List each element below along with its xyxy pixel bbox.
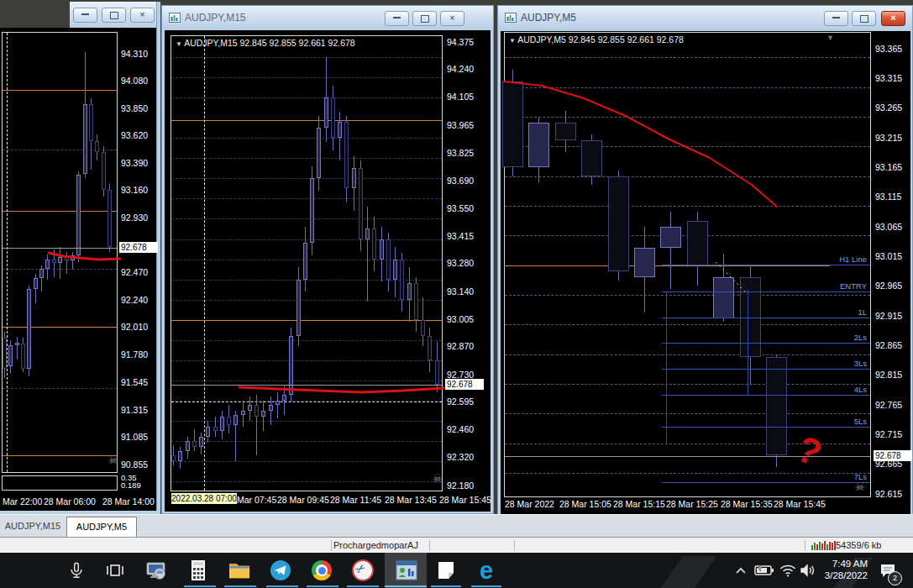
window-title: AUDJPY,M15 <box>185 12 245 24</box>
tab-audjpy-m5[interactable]: AUDJPY,M5 <box>66 517 137 538</box>
traffic-bar <box>814 543 816 550</box>
tray-date: 3/28/2022 <box>819 570 868 581</box>
traffic-bar <box>824 541 826 550</box>
edge-icon[interactable]: e <box>475 559 498 581</box>
account-status: ProchargedmoparAJ <box>333 540 418 550</box>
chart-area-middle[interactable] <box>165 30 491 512</box>
microphone-icon[interactable] <box>65 559 88 581</box>
running-indicator <box>224 585 256 587</box>
taskbar: ✂ e <box>0 553 913 588</box>
minimize-button[interactable] <box>385 11 409 26</box>
restore-button[interactable] <box>852 11 876 26</box>
task-view-icon[interactable] <box>103 559 127 581</box>
running-indicator <box>184 585 216 587</box>
restore-icon <box>860 15 868 23</box>
divider <box>805 540 805 551</box>
window-right: AUDJPY,M5 × <box>497 5 913 517</box>
tray-time: 7:49 AM <box>819 558 868 570</box>
close-button[interactable]: × <box>881 11 905 26</box>
traffic-bar <box>811 545 813 550</box>
running-indicator <box>266 585 298 587</box>
connection-status: 54359/6 kb <box>836 540 881 550</box>
close-button[interactable]: × <box>130 8 155 23</box>
remote-desktop-icon[interactable] <box>144 559 168 581</box>
minimize-icon <box>832 14 840 18</box>
window-title: AUDJPY,M5 <box>521 12 576 24</box>
window-left-right-border <box>156 2 160 514</box>
running-indicator <box>431 585 461 587</box>
battery-icon[interactable] <box>753 559 776 581</box>
tray-clock[interactable]: 7:49 AM 3/28/2022 <box>819 558 868 581</box>
traffic-bar <box>819 542 821 550</box>
restore-button[interactable] <box>412 11 437 26</box>
telegram-icon[interactable] <box>269 559 292 581</box>
chart-area-left[interactable] <box>0 28 156 511</box>
traffic-bar <box>821 543 823 550</box>
traffic-bar <box>816 544 818 550</box>
notification-badge: 2 <box>888 571 902 585</box>
running-indicator <box>347 585 379 587</box>
chart-area-right[interactable] <box>501 31 910 515</box>
chart-window-icon <box>505 13 517 23</box>
divider <box>514 540 515 551</box>
minimize-button[interactable] <box>73 8 97 23</box>
chart-tab-bar: AUDJPY,M15 AUDJPY,M5 <box>0 514 913 538</box>
running-indicator <box>385 585 427 587</box>
divider <box>331 540 332 551</box>
divider <box>429 540 430 551</box>
minimize-icon <box>393 14 401 18</box>
window-middle: AUDJPY,M15 × <box>161 5 494 514</box>
running-indicator <box>307 585 338 587</box>
window-middle-titlebar[interactable]: AUDJPY,M15 × <box>162 6 493 29</box>
status-bar: ProchargedmoparAJ 54359/6 kb <box>0 537 913 554</box>
restore-icon <box>110 12 118 19</box>
chart-window-icon <box>169 13 181 23</box>
minimize-icon <box>81 11 89 15</box>
sticky-notes-icon[interactable] <box>434 559 458 581</box>
traffic-bar <box>829 542 831 550</box>
tab-audjpy-m15[interactable]: AUDJPY,M15 <box>1 517 65 535</box>
tray-chevron-up-icon[interactable] <box>729 559 753 581</box>
volume-icon[interactable] <box>796 559 820 581</box>
metatrader-workspace: × AUDJPY,M15 × AUDJPY,M5 × 92.67894.3109… <box>0 0 913 588</box>
chrome-icon[interactable] <box>310 559 333 581</box>
network-traffic-icon <box>811 541 836 550</box>
running-indicator <box>471 585 501 587</box>
traffic-bar <box>832 543 833 550</box>
close-button[interactable]: × <box>440 11 464 26</box>
restore-button[interactable] <box>102 8 126 23</box>
traffic-bar <box>826 544 828 550</box>
wallpaper-streak <box>661 556 717 588</box>
restore-icon <box>421 15 429 23</box>
snipping-tool-icon[interactable]: ✂ <box>351 559 375 581</box>
metatrader-icon[interactable] <box>395 559 418 581</box>
minimize-button[interactable] <box>824 11 848 26</box>
file-explorer-icon[interactable] <box>228 559 251 581</box>
window-left-titlebar: × <box>70 2 156 28</box>
calculator-icon[interactable] <box>186 559 210 581</box>
window-right-titlebar[interactable]: AUDJPY,M5 × <box>498 6 912 29</box>
